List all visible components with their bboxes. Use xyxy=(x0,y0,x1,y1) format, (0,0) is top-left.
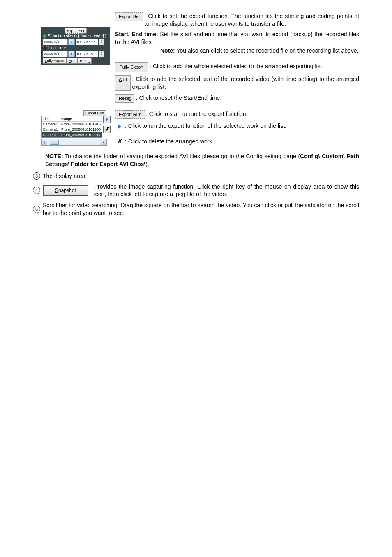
fully-export-button-panel[interactable]: Fully Export xyxy=(43,58,67,64)
run-header-range: Range xyxy=(60,116,102,121)
add-button[interactable]: Add xyxy=(115,75,131,91)
table-row[interactable]: Camera1 From_20080610101915 xyxy=(42,122,102,127)
run-header-title: Title xyxy=(42,116,60,121)
table-row[interactable]: Camera1 From_20080610101900 xyxy=(42,127,102,132)
export-run-title: Export Run xyxy=(83,110,106,116)
end-time-spinner[interactable]: ▴▾ xyxy=(99,51,104,57)
export-set-label[interactable]: Export Set xyxy=(115,12,143,21)
play-icon[interactable] xyxy=(115,122,123,130)
start-time-spinner[interactable]: ▴▾ xyxy=(99,39,104,45)
item4-text: Provides the image capturing function. C… xyxy=(88,183,359,199)
item5-text: Scroll bar for video searching: Drag the… xyxy=(43,201,359,217)
end-date-dropdown-icon[interactable]: ▾ xyxy=(68,51,75,57)
delete-icon[interactable]: ✗ xyxy=(115,138,123,146)
export-run-label[interactable]: Export Run xyxy=(115,110,145,119)
scroll-right-icon[interactable]: ▸ xyxy=(101,140,106,145)
scroll-left-icon[interactable]: ◂ xyxy=(42,140,47,145)
run-delete-icon[interactable]: ✗ xyxy=(103,126,111,133)
note-label: Note: xyxy=(160,47,175,54)
reset-button-panel[interactable]: Reset xyxy=(78,58,92,64)
table-row-selected[interactable]: Camera1 From_20080610102217 xyxy=(42,132,102,137)
fully-export-button[interactable]: Fully Export xyxy=(115,62,148,72)
snapshot-button[interactable]: Snapshot xyxy=(43,185,88,196)
marker-3: 3 xyxy=(33,172,40,180)
radio-unselected-icon xyxy=(43,46,47,50)
run-play-icon[interactable] xyxy=(103,116,111,123)
item3-text: The display area. xyxy=(43,173,87,179)
note-label-main: NOTE: xyxy=(45,153,63,159)
marker-4: 4 xyxy=(33,187,40,194)
start-end-label: Start/ End time: xyxy=(115,31,158,37)
horiz-scrollbar[interactable]: ◂ ▸ xyxy=(41,139,107,146)
start-date-dropdown-icon[interactable]: ▾ xyxy=(68,39,75,45)
start-time-radio[interactable]: Sfunction slice() { [native code] } xyxy=(43,34,108,38)
export-run-table: Title Range Camera1 From_20080610101915 … xyxy=(41,116,102,138)
add-button-panel[interactable]: Add xyxy=(67,58,78,64)
reset-button[interactable]: Reset xyxy=(115,94,134,103)
marker-5: 5 xyxy=(33,206,40,213)
radio-selected-icon xyxy=(43,34,46,38)
end-date-input[interactable]: 2008/ 6/10 xyxy=(43,51,68,57)
scroll-thumb[interactable] xyxy=(50,140,59,145)
start-time-input[interactable]: 10 : 22 : 17 xyxy=(75,39,98,45)
start-date-input[interactable]: 2008/ 6/10 xyxy=(43,39,68,45)
end-time-input[interactable]: 10 : 22 : 51 xyxy=(75,51,98,57)
export-set-panel: Export Set Sfunction slice() { [native c… xyxy=(41,27,110,65)
export-run-panel: Export Run Title Range Camera1 From_2008… xyxy=(41,110,107,146)
end-time-radio[interactable]: End Time xyxy=(43,46,108,50)
export-set-desc: : xyxy=(144,13,148,19)
panel-export-set-title: Export Set xyxy=(65,28,87,34)
